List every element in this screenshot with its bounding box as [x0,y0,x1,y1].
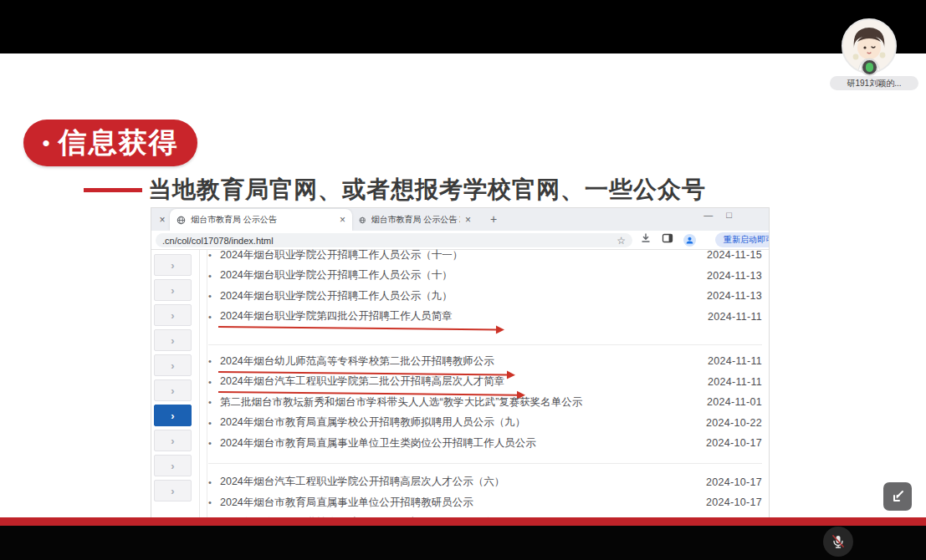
url-text: .cn/col/col17078/index.html [162,236,274,246]
tab-close-icon[interactable]: × [340,214,345,226]
browser-tab-strip: × 烟台市教育局 公示公告×烟台市教育局 公示公告 2024…× + — □ [151,208,769,231]
presentation-slide: • 信息获得 当地教育局官网、或者想报考学校官网、一些公众号 × 烟台市教育局 … [0,53,926,517]
sidebar-expand-cell[interactable]: › [154,405,192,426]
browser-sidebar: ›››››››››› [154,254,192,505]
restore-icon[interactable]: □ [726,210,732,220]
announcement-link[interactable]: 2024年烟台职业学院公开招聘工作人员公示（十） [220,268,453,283]
sidebar-expand-cell[interactable]: › [154,379,192,401]
browser-tab-1[interactable]: 烟台市教育局 公示公告× [170,209,352,231]
participant-name: 研191刘颖的... [830,76,918,90]
announcement-date: 2024-11-11 [708,355,762,367]
sidebar-expand-cell[interactable]: › [154,304,192,326]
list-bullet: • [208,250,220,260]
announcement-date: 2024-11-11 [708,311,762,323]
globe-icon [359,216,366,225]
new-tab-button[interactable]: + [486,212,501,227]
list-bullet: • [208,418,220,428]
annotation-button[interactable] [883,482,912,511]
tab-title: 烟台市教育局 公示公告 2024… [371,214,460,226]
announcement-list: •2024年烟台职业学院公开招聘工作人员公示（十一）2024-11-15•202… [208,245,762,554]
exit-annotation-icon [889,488,906,505]
browser-tabs: 烟台市教育局 公示公告×烟台市教育局 公示公告 2024…× [170,208,478,231]
announcement-link[interactable]: 2024年烟台市教育局直属学校公开招聘教师拟聘用人员公示（九） [220,415,525,430]
browser-screenshot: × 烟台市教育局 公示公告×烟台市教育局 公示公告 2024…× + — □ .… [151,207,770,559]
browser-tab-2[interactable]: 烟台市教育局 公示公告 2024…× [352,209,478,231]
announcement-row[interactable]: •2024年烟台职业学院公开招聘工作人员公示（十）2024-11-13 [208,266,762,287]
announcement-row[interactable]: •2024年烟台市教育局直属学校公开招聘教师拟聘用人员公示（九）2024-10-… [208,413,762,434]
announcement-link[interactable]: 2024年烟台汽车工程职业学院第二批公开招聘高层次人才简章 [220,374,504,389]
muted-mic-icon [830,533,847,550]
webpage-content: ›››››››››› •2024年烟台职业学院公开招聘工作人员公示（十一）202… [151,250,769,559]
sidebar-divider [199,250,200,559]
announcement-date: 2024-10-22 [706,417,762,429]
announcement-row[interactable]: •2024年烟台市教育局直属事业单位公开招聘教研员公示2024-10-17 [208,492,762,513]
list-bullet: • [208,397,220,407]
video-bottom-bar [0,526,926,560]
sidebar-expand-cell[interactable]: › [154,279,192,301]
announcement-date: 2024-10-17 [706,496,762,508]
participant-mic-indicator [861,59,878,76]
announcement-group: •2024年烟台幼儿师范高等专科学校第二批公开招聘教师公示2024-11-11•… [208,344,762,454]
slide-subtitle: 当地教育局官网、或者想报考学校官网、一些公众号 [148,174,706,206]
bookmark-star-icon[interactable]: ☆ [616,236,626,246]
announcement-link[interactable]: 2024年烟台汽车工程职业学院公开招聘高层次人才公示（六） [220,475,504,489]
list-bullet: • [208,477,220,487]
slide-title: 信息获得 [59,124,179,162]
announcement-link[interactable]: 2024年烟台职业学院第四批公开招聘工作人员简章 [220,309,453,323]
announcement-row[interactable]: •2024年烟台幼儿师范高等专科学校第二批公开招聘教师公示2024-11-11 [208,351,762,372]
list-left-border [207,250,207,559]
announcement-link[interactable]: 2024年烟台市教育局直属事业单位公开招聘教研员公示 [220,496,473,510]
list-bullet: • [208,377,220,387]
announcement-link[interactable]: 第二批烟台市教坛新秀和烟台市学科带头人人选“教学大比武”复赛获奖名单公示 [220,395,582,410]
window-controls: — □ [703,210,732,220]
annotation-arrow [218,326,497,330]
list-bullet: • [208,271,220,281]
list-bullet: • [208,356,220,366]
announcement-link[interactable]: 2024年烟台职业学院公开招聘工作人员公示（十一） [220,248,463,262]
announcement-row[interactable]: •2024年烟台市教育局直属事业单位卫生类岗位公开招聘工作人员公示2024-10… [208,433,762,454]
announcement-link[interactable]: 2024年烟台职业学院公开招聘工作人员公示（九） [220,289,453,303]
announcement-row[interactable]: •第二批烟台市教坛新秀和烟台市学科带头人人选“教学大比武”复赛获奖名单公示202… [208,392,762,413]
announcement-row[interactable]: •2024年烟台职业学院公开招聘工作人员公示（九）2024-11-13 [208,286,762,307]
mute-button[interactable] [823,527,853,557]
tab-close-icon[interactable]: × [465,214,471,226]
announcement-row[interactable]: •2024年烟台职业学院公开招聘工作人员公示（十一）2024-11-15 [208,245,762,266]
announcement-date: 2024-11-13 [707,270,762,282]
tab-title: 烟台市教育局 公示公告 [191,214,277,226]
sidebar-expand-cell[interactable]: › [154,430,192,451]
sidebar-expand-cell[interactable]: › [154,354,192,376]
announcement-date: 2024-10-17 [706,437,762,449]
list-bullet: • [208,497,220,507]
announcement-link[interactable]: 2024年烟台幼儿师范高等专科学校第二批公开招聘教师公示 [220,354,494,369]
announcement-link[interactable]: 2024年烟台市教育局直属事业单位卫生类岗位公开招聘工作人员公示 [220,436,536,451]
sidebar-expand-cell[interactable]: › [154,254,192,276]
video-top-bar [0,0,926,53]
globe-icon [177,216,186,225]
cropped-tab-close-icon[interactable]: × [155,212,170,227]
minimize-icon[interactable]: — [703,210,713,220]
list-bullet: • [208,291,220,301]
slide-bottom-red-bar [0,517,926,526]
announcement-date: 2024-10-17 [706,476,762,488]
announcement-row[interactable]: •2024年烟台汽车工程职业学院公开招聘高层次人才公示（六）2024-10-17 [208,472,762,493]
announcement-date: 2024-11-13 [707,290,762,302]
sidebar-expand-cell[interactable]: › [154,329,192,351]
announcement-date: 2024-11-11 [708,376,762,388]
announcement-date: 2024-11-15 [707,249,762,261]
title-bullet: • [42,132,49,154]
sidebar-expand-cell[interactable]: › [154,480,192,501]
subtitle-dash [84,188,142,192]
sidebar-expand-cell[interactable]: › [154,455,192,476]
announcement-row[interactable]: •2024年烟台汽车工程职业学院第二批公开招聘高层次人才简章2024-11-11 [208,372,762,393]
announcement-group: •2024年烟台职业学院公开招聘工作人员公示（十一）2024-11-15•202… [208,245,762,327]
slide-title-banner: • 信息获得 [23,120,197,166]
announcement-date: 2024-11-01 [707,396,762,408]
announcement-row[interactable]: •2024年烟台职业学院第四批公开招聘工作人员简章2024-11-11 [208,307,762,328]
list-bullet: • [208,312,220,322]
list-bullet: • [208,438,220,448]
